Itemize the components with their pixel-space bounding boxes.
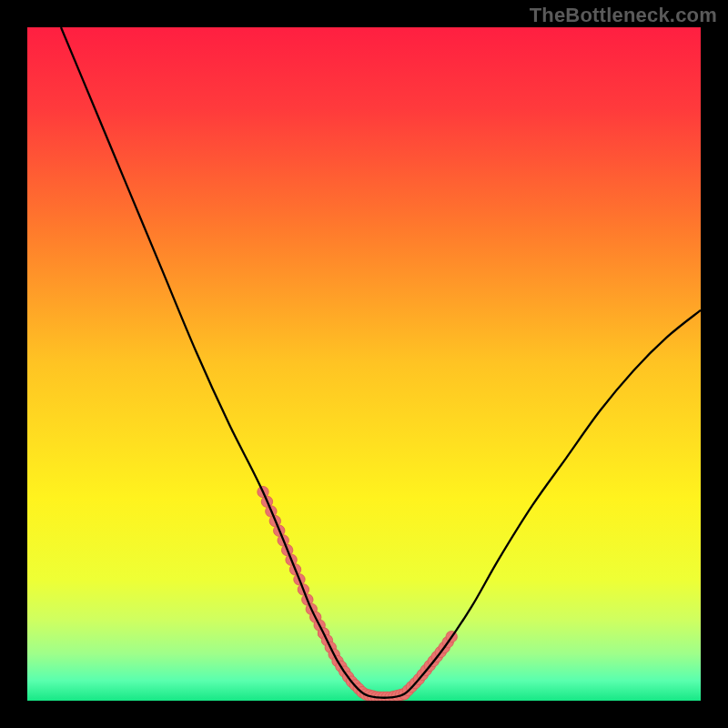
- chart-background: [27, 27, 701, 701]
- bottleneck-chart: [27, 27, 701, 701]
- watermark-label: TheBottleneck.com: [530, 4, 717, 27]
- chart-frame: TheBottleneck.com: [0, 0, 728, 728]
